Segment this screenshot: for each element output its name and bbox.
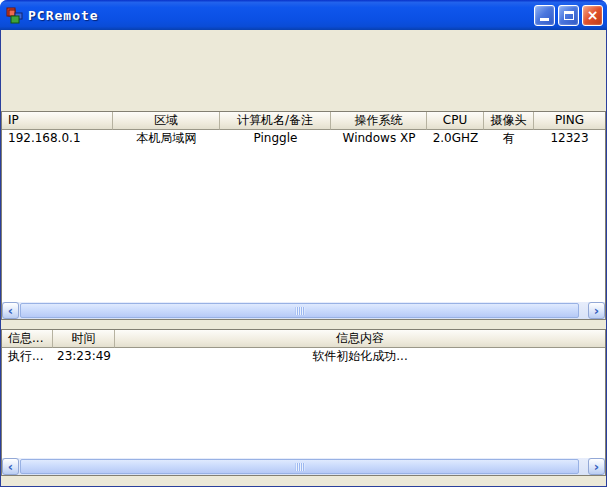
log-scroll-track[interactable] xyxy=(19,458,588,475)
cell-os: Windows XP xyxy=(331,130,427,147)
panel-gap xyxy=(1,320,606,329)
column-header-ping[interactable]: PING xyxy=(534,112,605,130)
column-header-camera[interactable]: 摄像头 xyxy=(484,112,534,130)
column-header-time[interactable]: 时间 xyxy=(53,330,115,348)
column-header-info-type[interactable]: 信息... xyxy=(2,330,53,348)
computer-row[interactable]: 192.168.0.1 本机局域网 Pinggle Windows XP 2.0… xyxy=(2,130,605,147)
minimize-icon xyxy=(540,18,549,21)
computers-scroll-thumb[interactable] xyxy=(20,303,579,318)
computers-list: IP 区域 计算机名/备注 操作系统 CPU 摄像头 PING 192.168.… xyxy=(1,111,606,320)
chevron-right-icon: › xyxy=(594,304,599,318)
chevron-right-icon: › xyxy=(594,460,599,474)
log-hscrollbar: ‹ › xyxy=(2,458,605,475)
close-button[interactable]: × xyxy=(582,5,603,26)
column-header-os[interactable]: 操作系统 xyxy=(331,112,427,130)
window-title: PCRemote xyxy=(28,8,534,23)
top-panel xyxy=(1,30,606,111)
maximize-icon xyxy=(564,11,574,20)
cell-cpu: 2.0GHZ xyxy=(427,130,484,147)
computers-list-body: 192.168.0.1 本机局域网 Pinggle Windows XP 2.0… xyxy=(2,130,605,302)
column-header-computer-name[interactable]: 计算机名/备注 xyxy=(220,112,331,130)
minimize-button[interactable] xyxy=(534,5,555,26)
chevron-left-icon: ‹ xyxy=(8,460,13,474)
maximize-button[interactable] xyxy=(558,5,579,26)
cell-camera: 有 xyxy=(484,130,534,147)
titlebar[interactable]: PCRemote × xyxy=(0,0,607,30)
window-controls: × xyxy=(534,5,603,26)
computers-scroll-left-button[interactable]: ‹ xyxy=(2,302,19,319)
close-icon: × xyxy=(587,6,599,25)
cell-time: 23:23:49 xyxy=(53,348,115,365)
cell-info-type: 执行... xyxy=(2,348,53,365)
computers-hscrollbar: ‹ › xyxy=(2,302,605,319)
app-icon xyxy=(6,7,23,24)
cell-ip: 192.168.0.1 xyxy=(2,130,113,147)
pcremote-window: PCRemote × IP 区域 计算机名/备注 操作系统 CPU 摄像头 PI… xyxy=(0,0,607,487)
log-list: 信息... 时间 信息内容 执行... 23:23:49 软件初始化成功... … xyxy=(1,329,606,476)
client-area: IP 区域 计算机名/备注 操作系统 CPU 摄像头 PING 192.168.… xyxy=(0,30,607,487)
column-header-region[interactable]: 区域 xyxy=(113,112,220,130)
cell-computer-name: Pinggle xyxy=(220,130,331,147)
grip-icon xyxy=(295,307,304,315)
column-header-message[interactable]: 信息内容 xyxy=(115,330,605,348)
chevron-left-icon: ‹ xyxy=(8,304,13,318)
grip-icon xyxy=(295,463,304,471)
computers-scroll-right-button[interactable]: › xyxy=(588,302,605,319)
log-scroll-left-button[interactable]: ‹ xyxy=(2,458,19,475)
log-scroll-thumb[interactable] xyxy=(20,459,579,474)
cell-region: 本机局域网 xyxy=(113,130,220,147)
column-header-ip[interactable]: IP xyxy=(2,112,113,130)
computers-list-header: IP 区域 计算机名/备注 操作系统 CPU 摄像头 PING xyxy=(2,112,605,130)
cell-message: 软件初始化成功... xyxy=(115,348,605,365)
computers-scroll-track[interactable] xyxy=(19,302,588,319)
log-list-body: 执行... 23:23:49 软件初始化成功... xyxy=(2,348,605,458)
log-list-header: 信息... 时间 信息内容 xyxy=(2,330,605,348)
log-row[interactable]: 执行... 23:23:49 软件初始化成功... xyxy=(2,348,605,365)
log-scroll-right-button[interactable]: › xyxy=(588,458,605,475)
cell-ping: 12323 xyxy=(534,130,605,147)
column-header-cpu[interactable]: CPU xyxy=(427,112,484,130)
